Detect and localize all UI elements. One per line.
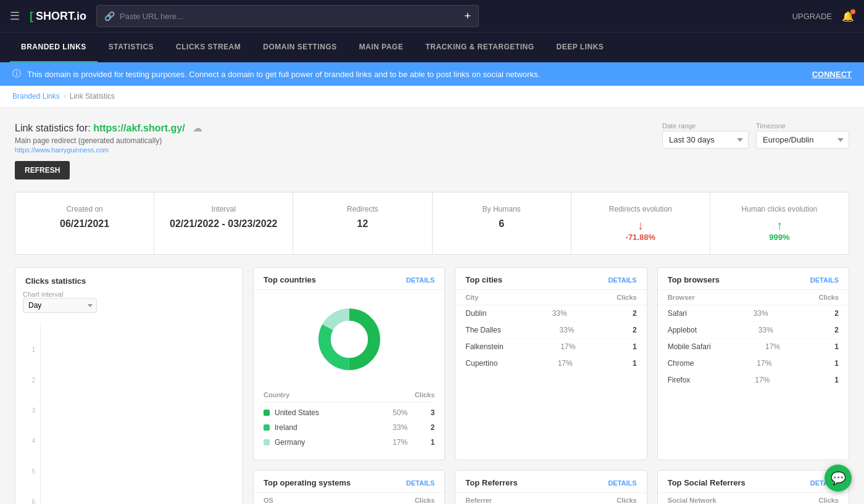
col-clicks: Clicks: [415, 391, 434, 399]
stat-created-label: Created on: [28, 205, 141, 213]
main-nav: BRANDED LINKS STATISTICS CLICKS STREAM D…: [0, 32, 864, 62]
notification-bell[interactable]: 🔔: [842, 10, 854, 22]
timezone-label: Timezone: [756, 122, 849, 130]
browser-firefox-pct: 17%: [755, 376, 770, 384]
nav-clicks-stream[interactable]: CLICKS STREAM: [165, 33, 252, 62]
nav-branded-links[interactable]: BRANDED LINKS: [10, 33, 98, 62]
countries-header: Top countries DETAILS: [254, 268, 444, 290]
nav-statistics[interactable]: STATISTICS: [98, 33, 165, 62]
nav-main-page[interactable]: MAIN PAGE: [348, 33, 415, 62]
social-panel: Top Social Referrers DETAILS Social Netw…: [657, 470, 849, 504]
city-falkenstein-clicks: 1: [633, 342, 637, 351]
browser-row-chrome: Chrome 17% 1: [658, 355, 849, 372]
breadcrumb-current: Link Statistics: [70, 92, 115, 101]
date-range-label: Date range: [662, 122, 749, 130]
y-label-5: 5: [25, 468, 35, 475]
city-falkenstein-pct: 17%: [560, 342, 575, 351]
stat-by-humans-value: 6: [445, 218, 559, 229]
stat-redirects-value: 12: [305, 218, 419, 229]
city-row-thedalles: The Dalles 33% 2: [455, 322, 646, 339]
nav-deep-links[interactable]: DEEP LINKS: [546, 33, 615, 62]
legend-row-germany: Germany 17% 1: [264, 435, 434, 450]
browser-firefox-clicks: 1: [834, 376, 839, 384]
col-country: Country: [264, 391, 289, 399]
city-cupertino-pct: 17%: [558, 359, 573, 368]
browser-applebot: Applebot: [668, 326, 697, 334]
cities-header: Top cities DETAILS: [455, 268, 646, 290]
breadcrumb-separator: ›: [64, 92, 66, 101]
countries-title: Top countries: [264, 275, 316, 284]
chart-panel-header: Clicks statistics: [15, 268, 243, 286]
donut-chart-area: [254, 290, 444, 389]
notification-dot: [850, 9, 855, 14]
stat-redirects-evo-value: -71.88%: [584, 233, 697, 242]
stat-cards: Created on 06/21/2021 Interval 02/21/202…: [15, 192, 849, 255]
date-range-select[interactable]: Last 30 days Last 7 days Last 90 days Cu…: [662, 131, 749, 149]
top-row-panels: Top countries DETAILS: [253, 267, 849, 460]
chart-inner: 6 5 4 3 2 1: [25, 323, 233, 504]
info-icon: ⓘ: [12, 68, 21, 80]
stat-human-evo-value: 999%: [723, 233, 836, 242]
stat-redirects-evo-label: Redirects evolution: [584, 205, 697, 213]
info-message: This domain is provided for testing purp…: [27, 70, 540, 79]
upgrade-button[interactable]: UPGRADE: [792, 12, 832, 21]
menu-icon[interactable]: ☰: [10, 9, 20, 23]
bars-area: [40, 323, 233, 504]
col-referrer-clicks: Clicks: [617, 497, 636, 504]
chart-panel: Clicks statistics Chart interval Day Wee…: [15, 267, 243, 504]
referrers-header: Top Referrers DETAILS: [455, 471, 646, 493]
topbar-right: UPGRADE 🔔: [792, 10, 854, 22]
link-subtitle: Main page redirect (generated automatica…: [15, 136, 202, 145]
stat-interval-label: Interval: [167, 205, 280, 213]
chart-area: 6 5 4 3 2 1: [15, 318, 243, 504]
browser-row-applebot: Applebot 33% 2: [658, 322, 849, 339]
ireland-count: 2: [422, 423, 434, 432]
y-label-2: 2: [25, 377, 35, 384]
refresh-button[interactable]: REFRESH: [15, 161, 70, 180]
countries-legend: Country Clicks United States 50% 3 Irela…: [254, 389, 444, 460]
filter-controls: Date range Last 30 days Last 7 days Last…: [662, 122, 849, 149]
chart-interval-select[interactable]: Day Week Month: [23, 298, 97, 313]
browsers-details-link[interactable]: DETAILS: [810, 276, 839, 284]
browsers-header: Top browsers DETAILS: [658, 268, 849, 290]
browser-chrome-pct: 17%: [757, 359, 771, 368]
social-header: Top Social Referrers DETAILS: [658, 471, 849, 493]
chart-panel-container: Clicks statistics Chart interval Day Wee…: [15, 267, 243, 504]
us-count: 3: [422, 408, 434, 417]
legend-row-us: United States 50% 3: [264, 405, 434, 420]
social-col-headers: Social Network Clicks: [658, 493, 849, 504]
stat-created-on: Created on 06/21/2021: [15, 192, 154, 254]
nav-tracking[interactable]: TRACKING & RETARGETING: [414, 33, 545, 62]
logo: [ SHORT.io: [30, 10, 86, 23]
browser-safari-clicks: 2: [834, 309, 839, 318]
breadcrumb: Branded Links › Link Statistics: [0, 86, 864, 107]
right-panels: Top countries DETAILS: [253, 267, 849, 504]
info-bar: ⓘ This domain is provided for testing pu…: [0, 62, 864, 86]
cities-title: Top cities: [465, 275, 502, 284]
breadcrumb-parent[interactable]: Branded Links: [12, 92, 60, 101]
social-title: Top Social Referrers: [668, 478, 746, 487]
col-browser: Browser: [668, 294, 695, 301]
logo-bracket-left: [: [30, 10, 33, 23]
referrers-details-link[interactable]: DETAILS: [608, 479, 636, 487]
cities-details-link[interactable]: DETAILS: [608, 276, 636, 284]
stat-human-clicks-evolution: Human clicks evolution ↑ 999%: [710, 192, 849, 254]
browser-applebot-clicks: 2: [834, 326, 839, 334]
countries-details-link[interactable]: DETAILS: [406, 276, 434, 284]
stat-by-humans-label: By Humans: [445, 205, 559, 213]
stat-interval-value: 02/21/2022 - 03/23/2022: [167, 218, 280, 229]
add-url-button[interactable]: +: [465, 10, 471, 23]
browser-firefox: Firefox: [668, 376, 691, 384]
browser-mobilesafari-clicks: 1: [834, 342, 839, 351]
cloud-icon[interactable]: ☁: [193, 123, 202, 133]
stat-redirects-label: Redirects: [305, 205, 419, 213]
nav-domain-settings[interactable]: DOMAIN SETTINGS: [252, 33, 348, 62]
link-destination: https://www.harryguinness.com: [15, 146, 202, 154]
os-details-link[interactable]: DETAILS: [406, 479, 434, 487]
timezone-select[interactable]: Europe/Dublin UTC America/New_York: [756, 131, 849, 149]
chat-bubble[interactable]: 💬: [825, 465, 852, 492]
url-input[interactable]: [120, 12, 459, 21]
browsers-col-headers: Browser Clicks: [658, 290, 849, 305]
connect-button[interactable]: CONNECT: [812, 70, 852, 79]
link-url[interactable]: https://akf.short.gy/: [93, 123, 185, 133]
